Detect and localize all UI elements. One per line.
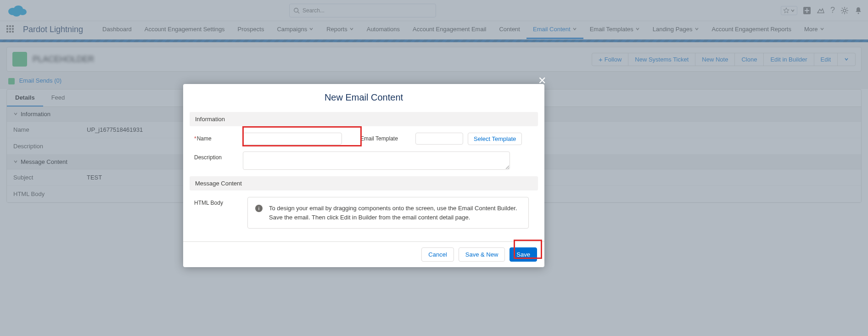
save-button[interactable]: Save xyxy=(510,247,537,262)
modal-footer: Cancel Save & New Save xyxy=(183,241,544,267)
html-body-label: HTML Body xyxy=(194,197,238,206)
html-body-info: i To design your email by dragging compo… xyxy=(247,197,529,229)
name-label: *Name xyxy=(194,133,238,142)
description-textarea[interactable] xyxy=(243,151,510,170)
modal-section-information: Information xyxy=(190,112,538,126)
email-template-label: Email Template xyxy=(360,133,411,142)
save-and-new-button[interactable]: Save & New xyxy=(459,247,505,262)
cancel-button[interactable]: Cancel xyxy=(421,247,454,262)
info-icon: i xyxy=(255,205,263,212)
modal-title: New Email Content xyxy=(183,84,544,112)
select-template-button[interactable]: Select Template xyxy=(468,133,522,145)
new-email-content-modal: ✕ New Email Content Information *Name Em… xyxy=(183,84,544,267)
description-label: Description xyxy=(194,151,238,161)
close-icon[interactable]: ✕ xyxy=(538,75,546,87)
name-input[interactable] xyxy=(243,133,342,145)
html-body-info-text: To design your email by dragging compone… xyxy=(269,204,521,222)
email-template-input[interactable] xyxy=(415,133,463,145)
modal-section-message-content: Message Content xyxy=(190,176,538,190)
